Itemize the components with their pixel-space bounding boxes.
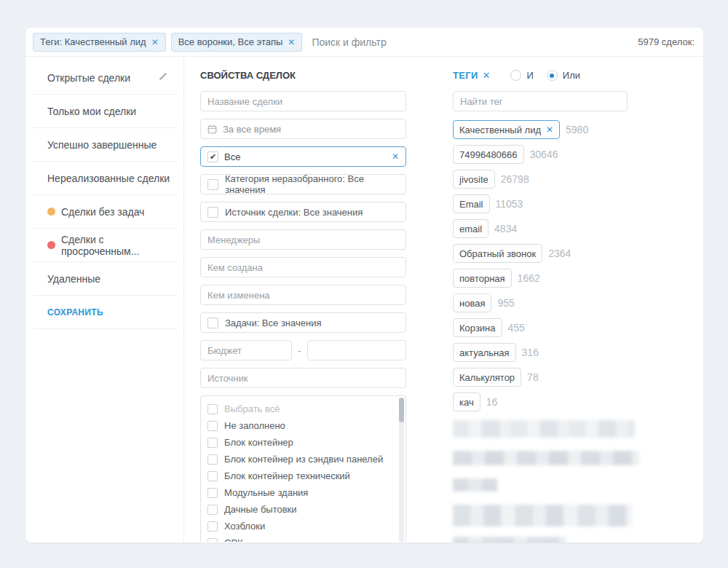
- search-filter-title: Поиск и фильтр: [312, 36, 386, 48]
- remove-tags-filter-icon[interactable]: ✕: [151, 38, 159, 47]
- tasks-label: Задачи: Все значения: [225, 317, 321, 328]
- save-filter-button[interactable]: СОХРАНИТЬ: [33, 296, 177, 329]
- tag-row: новая 955: [453, 293, 703, 312]
- option-dacha-cabins[interactable]: Дачные бытовки: [207, 501, 405, 518]
- tag-row: 74996480666 30646: [453, 145, 703, 164]
- filter-topbar: Теги: Качественный лид ✕ Все воронки, Вс…: [25, 28, 703, 57]
- filter-chip-funnels[interactable]: Все воронки, Все этапы ✕: [171, 33, 303, 52]
- sidebar-item-won-deals[interactable]: Успешно завершенные: [33, 128, 177, 162]
- filter-chip-tags[interactable]: Теги: Качественный лид ✕: [33, 33, 166, 52]
- modified-by-input[interactable]: [200, 285, 406, 305]
- source-input[interactable]: [200, 368, 406, 388]
- product-options-listbox: Выбрать всё Не заполнено Блок контейнер …: [200, 395, 406, 542]
- tag-count: 4834: [494, 223, 517, 234]
- tag-row: email 4834: [453, 219, 703, 238]
- pipeline-value: Все: [224, 151, 240, 162]
- option-block-container-sandwich[interactable]: Блок контейнер из сэндвич панелей: [207, 451, 405, 468]
- sidebar-item-deleted[interactable]: Удаленные: [33, 262, 177, 296]
- tag-count: 1662: [518, 272, 540, 284]
- tag-new[interactable]: новая: [453, 293, 491, 312]
- redacted-tag-row: [453, 478, 498, 492]
- tag-search-input[interactable]: [453, 91, 628, 111]
- tag-repeat[interactable]: повторная: [453, 269, 512, 288]
- tag-callback[interactable]: Обратный звонок: [453, 244, 542, 263]
- tag-count: 16: [486, 396, 498, 408]
- option-checkbox[interactable]: [207, 521, 218, 532]
- deal-properties-column: СВОЙСТВА СДЕЛОК За все время ✔ Все ✕: [184, 57, 422, 542]
- option-not-filled[interactable]: Не заполнено: [207, 417, 405, 434]
- unsorted-category-field[interactable]: Категория неразобранного: Все значения: [200, 174, 406, 194]
- budget-from-input[interactable]: [200, 340, 292, 360]
- radio-or[interactable]: [547, 70, 558, 81]
- listbox-scrollbar[interactable]: [399, 398, 404, 542]
- tag-phone[interactable]: 74996480666: [453, 145, 524, 164]
- tags-column: ТЕГИ ✕ И Или Качественный лид ✕ 5980 749: [422, 57, 703, 542]
- tag-email-lower[interactable]: email: [453, 219, 488, 238]
- date-range-field[interactable]: За все время: [200, 119, 406, 139]
- tag-actual[interactable]: актуальная: [453, 343, 516, 362]
- tag-jivosite[interactable]: jivosite: [453, 170, 495, 189]
- redacted-tag-row: [453, 420, 635, 438]
- deal-name-input[interactable]: [200, 91, 406, 111]
- option-checkbox[interactable]: [207, 471, 218, 481]
- checked-checkbox-icon[interactable]: ✔: [207, 151, 218, 162]
- radio-and[interactable]: [510, 70, 521, 81]
- option-block-container-technical[interactable]: Блок контейнер технический: [207, 468, 405, 484]
- selected-tag-row: Качественный лид ✕ 5980: [453, 120, 703, 139]
- pipeline-select-field[interactable]: ✔ Все ✕: [200, 146, 406, 167]
- option-srk[interactable]: СРК: [207, 535, 405, 542]
- unsorted-label: Категория неразобранного: Все значения: [225, 173, 399, 195]
- sidebar-item-deals-no-tasks[interactable]: Сделки без задач: [33, 195, 177, 229]
- option-checkbox[interactable]: [207, 454, 218, 465]
- sidebar-item-my-deals[interactable]: Только мои сделки: [33, 95, 177, 128]
- listbox-scrollbar-thumb[interactable]: [399, 398, 404, 422]
- deal-source-label: Источник сделки: Все значения: [225, 207, 363, 218]
- tag-count: 2364: [548, 248, 571, 259]
- tag-count: 955: [497, 297, 514, 309]
- option-checkbox[interactable]: [207, 438, 218, 448]
- sidebar-item-open-deals[interactable]: Открытые сделки: [33, 61, 177, 95]
- remove-funnels-filter-icon[interactable]: ✕: [288, 38, 295, 47]
- search-filter-panel: Теги: Качественный лид ✕ Все воронки, Вс…: [25, 28, 703, 543]
- budget-to-input[interactable]: [307, 340, 406, 360]
- tasks-field[interactable]: Задачи: Все значения: [200, 312, 406, 333]
- properties-title: СВОЙСТВА СДЕЛОК: [200, 70, 422, 81]
- filter-chip-funnels-label: Все воронки, Все этапы: [178, 36, 283, 47]
- tag-quality-lead[interactable]: Качественный лид ✕: [453, 120, 560, 139]
- unsorted-checkbox[interactable]: [207, 179, 218, 190]
- option-modular-buildings[interactable]: Модульные здания: [207, 484, 405, 501]
- tag-row: Обратный звонок 2364: [453, 244, 703, 263]
- option-checkbox[interactable]: [207, 404, 218, 414]
- edit-icon[interactable]: [158, 71, 168, 84]
- radio-or-label: Или: [563, 70, 580, 81]
- sidebar-item-deals-overdue[interactable]: Сделки с просроченным...: [33, 229, 177, 262]
- tag-email-capital[interactable]: Email: [453, 194, 490, 213]
- created-by-input[interactable]: [200, 257, 406, 277]
- tag-count: 78: [527, 371, 539, 383]
- red-dot-icon: [47, 241, 55, 249]
- managers-input[interactable]: [200, 229, 406, 250]
- tag-row: Email 11053: [453, 194, 703, 213]
- option-checkbox[interactable]: [207, 421, 218, 431]
- option-checkbox[interactable]: [207, 488, 218, 498]
- option-checkbox[interactable]: [207, 505, 218, 515]
- tags-title: ТЕГИ: [453, 70, 478, 81]
- deal-source-checkbox[interactable]: [207, 207, 218, 218]
- sidebar-item-lost-deals[interactable]: Нереализованные сделки: [33, 162, 177, 195]
- deal-source-field[interactable]: Источник сделки: Все значения: [200, 202, 406, 222]
- filter-chip-tags-label: Теги: Качественный лид: [40, 36, 146, 47]
- tag-row: кач 16: [453, 393, 703, 411]
- option-block-container[interactable]: Блок контейнер: [207, 434, 405, 451]
- option-select-all[interactable]: Выбрать всё: [207, 401, 405, 417]
- option-checkbox[interactable]: [207, 538, 218, 543]
- tag-calculator[interactable]: Калькулятор: [453, 368, 521, 387]
- tasks-checkbox[interactable]: [207, 317, 218, 328]
- tag-row: jivosite 26798: [453, 170, 703, 189]
- option-sheds[interactable]: Хозблоки: [207, 518, 405, 535]
- tag-kach[interactable]: кач: [453, 393, 480, 411]
- clear-pipeline-icon[interactable]: ✕: [392, 152, 399, 161]
- clear-tags-icon[interactable]: ✕: [483, 71, 491, 80]
- tag-cart[interactable]: Корзина: [453, 318, 502, 337]
- orange-dot-icon: [47, 208, 55, 216]
- remove-tag-icon[interactable]: ✕: [546, 125, 553, 134]
